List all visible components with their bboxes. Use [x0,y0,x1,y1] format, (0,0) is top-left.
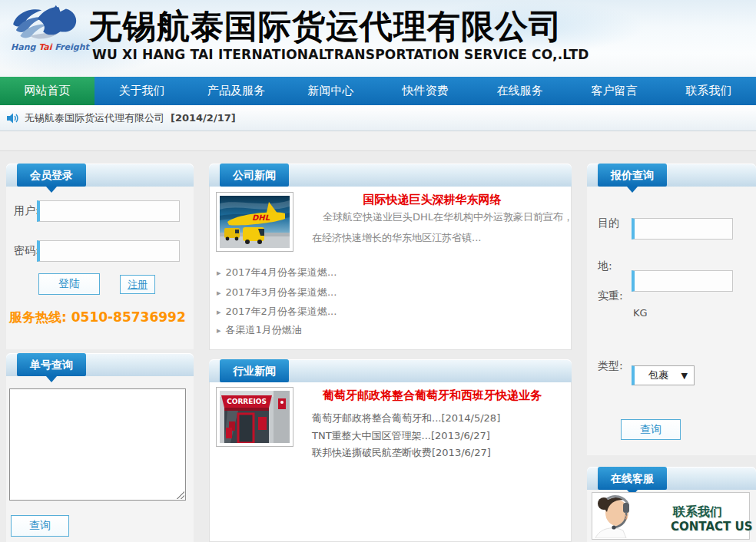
tracking-number-textarea[interactable] [9,388,186,501]
company-news-item[interactable]: ▸各渠道1月份燃油 [217,323,302,337]
company-news-summary-2: 在经济快速增长的华东地区江苏省镇... [312,231,481,245]
main-nav: 网站首页 关于我们 产品及服务 新闻中心 快件资费 在线服务 客户留言 联系我们 [0,77,756,105]
tab-pointer [627,187,638,193]
industry-news-tab: 行业新闻 [220,359,289,382]
quote-header: 报价查询 [587,164,756,187]
news-item-label: 葡萄牙邮政将整合葡萄牙和... [312,412,441,424]
nav-item-rates[interactable]: 快件资费 [378,77,472,105]
company-news-header: 公司新闻 [209,164,572,187]
contact-us-banner[interactable]: 联系我们 CONTACT US [592,492,750,540]
contact-us-cn: 联系我们 [673,504,722,521]
resize-handle-icon[interactable] [177,491,184,499]
logo-word-hang: Hang [11,42,35,52]
industry-news-header: 行业新闻 [209,359,572,382]
speaker-icon [6,112,18,124]
quote-query-button[interactable]: 查询 [621,419,681,440]
hotline-number: 0510-85736992 [71,309,186,325]
customer-service-agent-image [594,494,667,538]
tab-pointer [46,376,57,382]
logo-words: Hang Tai Freight [11,42,88,52]
chevron-down-icon: ▼ [681,371,688,381]
header-divider-band [0,131,756,151]
dhl-plane-image: DHL [220,196,290,248]
company-news-summary-1: 全球航空快递业巨头DHL在华机构中外运敦豪日前宣布， [323,210,573,224]
industry-news-title: 行业新闻 [233,365,276,377]
news-item-label: 各渠道1月份燃油 [226,324,302,335]
announcement-date: [2014/2/17] [171,112,236,124]
freight-homepage: Hang Tai Freight 无锡航泰国际货运代理有限公司 WU XI HA… [0,0,756,542]
member-login-title: 会员登录 [30,169,73,181]
news-item-label: 2017年2月份各渠道燃... [226,306,337,317]
register-button[interactable]: 注册 [120,275,155,294]
type-select[interactable]: 包裹 ▼ [632,365,695,385]
company-logo[interactable] [6,3,83,43]
type-select-value: 包裹 [648,368,668,382]
tracking-header: 单号查询 [6,353,194,376]
type-label: 类型: [598,345,624,385]
password-input[interactable] [37,240,180,262]
nav-item-contact[interactable]: 联系我们 [662,77,756,105]
hotline-label: 服务热线: [9,309,67,325]
company-name-en: WU XI HANG TAI ITERNATIONALTRANSPORTATIO… [92,47,589,62]
industry-news-item[interactable]: 葡萄牙邮政将整合葡萄牙和...[2014/5/28] [312,411,500,425]
industry-news-item[interactable]: 联邦快递撕破民航垄断收费[2013/6/27] [312,446,491,460]
tab-pointer [46,187,57,193]
industry-news-item[interactable]: TNT重整大中国区管理架...[2013/6/27] [312,429,490,443]
announcement-bar: 无锡航泰国际货运代理有限公司 [2014/2/17] [0,105,756,131]
logo-word-freight: Freight [55,42,88,52]
username-input[interactable] [37,200,180,222]
company-news-item[interactable]: ▸2017年2月份各渠道燃... [217,305,337,319]
news-item-label: 联邦快递撕破民航垄断收费 [312,447,432,458]
news-item-date: [2014/5/28] [441,412,500,424]
password-label: 密码: [14,244,39,258]
tracking-title: 单号查询 [30,359,73,371]
online-service-header: 在线客服 [587,467,756,490]
nav-item-online-service[interactable]: 在线服务 [472,77,567,105]
quote-title: 报价查询 [611,169,654,181]
weight-unit: KG [633,307,648,319]
industry-news-thumbnail[interactable]: CORREIOS [216,387,293,447]
tracking-query-button[interactable]: 查询 [11,515,69,537]
bullet-icon: ▸ [217,326,221,335]
online-service-tab: 在线客服 [598,467,667,490]
bullet-icon: ▸ [217,288,221,298]
service-hotline: 服务热线: 0510-85736992 [9,309,186,326]
company-news-item[interactable]: ▸2017年4月份各渠道燃... [217,266,337,279]
logo-word-tai: Tai [38,42,51,52]
industry-news-headline[interactable]: 葡萄牙邮政将整合葡萄牙和西班牙快递业务 [300,388,565,403]
announcement-text[interactable]: 无锡航泰国际货运代理有限公司 [25,111,164,125]
tracking-tab: 单号查询 [17,353,86,376]
news-item-date: [2013/6/27] [431,430,490,441]
news-item-label: TNT重整大中国区管理架... [312,430,431,441]
site-header: Hang Tai Freight 无锡航泰国际货运代理有限公司 WU XI HA… [0,0,756,77]
weight-input[interactable] [632,270,733,292]
company-news-headline[interactable]: 国际快递巨头深耕华东网络 [300,193,565,207]
weight-label: 实重: [598,275,624,317]
bullet-icon: ▸ [217,268,221,278]
company-news-thumbnail[interactable]: DHL [216,192,293,252]
company-name-cn: 无锡航泰国际货运代理有限公司 [89,5,562,49]
news-item-label: 2017年3月份各渠道燃... [226,286,337,298]
login-button[interactable]: 登陆 [38,273,100,295]
nav-item-guestbook[interactable]: 客户留言 [567,77,662,105]
nav-item-news[interactable]: 新闻中心 [284,77,378,105]
online-service-title: 在线客服 [611,472,654,484]
company-news-title: 公司新闻 [233,169,276,181]
username-label: 用户: [14,204,39,218]
bullet-icon: ▸ [217,307,221,317]
nav-item-about[interactable]: 关于我们 [94,77,189,105]
news-item-date: [2013/6/27] [432,447,491,458]
destination-input[interactable] [632,218,733,240]
nav-item-home[interactable]: 网站首页 [0,77,94,105]
nav-item-products[interactable]: 产品及服务 [189,77,284,105]
correios-store-image: CORREIOS [220,391,290,443]
news-item-label: 2017年4月份各渠道燃... [226,266,337,278]
company-news-item[interactable]: ▸2017年3月份各渠道燃... [217,286,337,299]
contact-us-en: CONTACT US [671,520,752,534]
member-login-tab: 会员登录 [17,164,86,187]
company-news-tab: 公司新闻 [220,164,289,187]
horse-logo-icon [6,3,83,43]
dhl-logo-text: DHL [252,213,270,222]
correios-sign-text: CORREIOS [227,398,267,405]
quote-tab: 报价查询 [598,164,667,187]
